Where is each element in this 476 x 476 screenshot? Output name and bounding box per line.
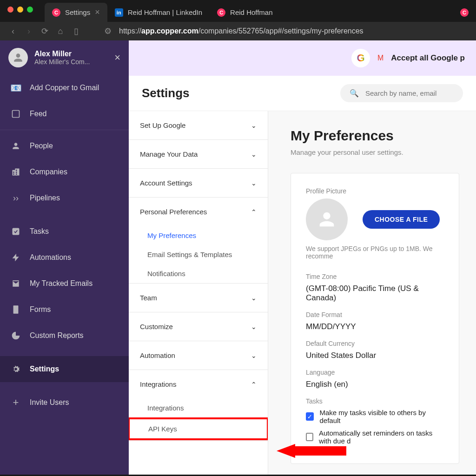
sidebar-item-label: Feed [30, 110, 46, 118]
choose-file-button[interactable]: CHOOSE A FILE [363, 210, 440, 229]
checkbox-checked-icon[interactable]: ✓ [306, 412, 314, 421]
chevron-up-icon: ⌃ [251, 208, 257, 216]
sidebar-item-settings[interactable]: Settings [0, 356, 129, 382]
nav-integrations-sub[interactable]: Integrations [129, 398, 268, 417]
sidebar-item-label: Automations [30, 253, 71, 262]
tab-reid[interactable]: C Reid Hoffman [210, 3, 280, 22]
sidebar-item-forms[interactable]: Forms [0, 297, 129, 323]
close-icon[interactable]: × [114, 52, 120, 64]
task-reminder-row[interactable]: Automatically set reminders on tasks wit… [306, 429, 444, 445]
chevron-down-icon: ⌄ [251, 352, 257, 359]
url-display[interactable]: https://app.copper.com/companies/552765/… [119, 27, 364, 35]
sidebar-item-pipelines[interactable]: ›› Pipelines [0, 185, 129, 211]
nav-personal-prefs[interactable]: Personal Preferences⌃ [129, 198, 268, 226]
nav-team[interactable]: Team⌄ [129, 284, 268, 312]
nav-account-settings[interactable]: Account Settings⌄ [129, 169, 268, 197]
sidebar-item-automations[interactable]: Automations [0, 245, 129, 271]
avatar-placeholder-icon [306, 198, 348, 240]
google-banner[interactable]: G M Accept all Google p [129, 40, 476, 76]
chevron-down-icon: ⌄ [251, 151, 257, 158]
sidebar-item-companies[interactable]: Companies [0, 159, 129, 185]
content-body: Set Up Google⌄ Manage Your Data⌄ Account… [129, 111, 476, 475]
task-visibility-row[interactable]: ✓ Make my tasks visible to others by def… [306, 409, 444, 424]
nav-automation[interactable]: Automation⌄ [129, 341, 268, 370]
close-icon[interactable]: × [95, 7, 100, 17]
search-icon: 🔍 [350, 89, 359, 98]
chevron-down-icon: ⌄ [251, 179, 257, 187]
nav-email-settings[interactable]: Email Settings & Templates [129, 245, 268, 264]
nav-api-keys[interactable]: API Keys [130, 419, 267, 438]
nav-integrations[interactable]: Integrations⌃ [129, 370, 268, 398]
currency-label: Default Currency [306, 340, 444, 347]
copper-icon: C [217, 8, 225, 17]
sidebar-item-label: Forms [30, 305, 51, 314]
tab-label: Reid Hoffman [230, 8, 272, 16]
svg-rect-0 [13, 111, 20, 118]
banner-text: Accept all Google p [391, 53, 465, 63]
minimize-window-icon[interactable] [17, 7, 23, 13]
sidebar-item-reports[interactable]: Custom Reports [0, 323, 129, 349]
dateformat-value[interactable]: MM/DD/YYYY [306, 322, 444, 331]
profile-picture-label: Profile Picture [306, 187, 444, 195]
settings-nav: Set Up Google⌄ Manage Your Data⌄ Account… [129, 111, 268, 475]
sidebar-item-label: Invite Users [30, 398, 69, 407]
sidebar-item-tasks[interactable]: Tasks [0, 218, 129, 245]
checkbox-unchecked-icon[interactable] [306, 433, 313, 441]
chevron-down-icon: ⌄ [251, 323, 257, 331]
currency-value[interactable]: United States Dollar [306, 351, 444, 360]
sidebar-item-invite[interactable]: + Invite Users [0, 390, 129, 416]
main-content: G M Accept all Google p Settings 🔍 Set U… [129, 40, 476, 475]
avatar-icon [8, 48, 28, 67]
tab-label: Reid Hoffman | LinkedIn [128, 8, 202, 16]
chart-icon [10, 330, 21, 341]
site-settings-icon[interactable]: ⚙ [103, 26, 112, 36]
back-icon[interactable]: ‹ [8, 26, 18, 36]
reload-icon[interactable]: ⟳ [40, 26, 49, 36]
plus-icon: + [10, 397, 21, 408]
forward-icon[interactable]: › [24, 26, 33, 36]
sidebar-item-people[interactable]: People [0, 133, 129, 159]
tab-extra[interactable]: C [453, 3, 476, 22]
sidebar-item-tracked-emails[interactable]: My Tracked Emails [0, 271, 129, 297]
timezone-value[interactable]: (GMT-08:00) Pacific Time (US & Canada) [306, 284, 444, 303]
nav-manage-data[interactable]: Manage Your Data⌄ [129, 140, 268, 168]
tab-settings[interactable]: C Settings × [45, 3, 107, 22]
prefs-title: My Preferences [291, 128, 459, 144]
bolt-icon [10, 252, 21, 263]
language-value[interactable]: English (en) [306, 380, 444, 389]
gear-icon [10, 364, 21, 375]
page-title: Settings [142, 86, 190, 100]
home-icon[interactable]: ⌂ [56, 26, 65, 36]
sidebar-item-label: People [30, 142, 53, 150]
profile-company: Alex Miller's Com... [34, 58, 108, 66]
close-window-icon[interactable] [7, 7, 13, 13]
search-box[interactable]: 🔍 [340, 84, 463, 102]
sidebar: Alex Miller Alex Miller's Com... × 📧 Add… [0, 40, 129, 475]
chevron-up-icon: ⌃ [251, 381, 257, 388]
bookmark-icon[interactable]: ▯ [72, 26, 81, 36]
google-icon: G [351, 49, 370, 67]
form-icon [10, 304, 21, 315]
svg-rect-1 [13, 228, 20, 235]
copper-icon: C [460, 8, 469, 17]
nav-customize[interactable]: Customize⌄ [129, 312, 268, 341]
copper-icon: C [52, 8, 60, 17]
pipeline-icon: ›› [10, 192, 21, 204]
person-icon [10, 140, 21, 152]
sidebar-item-label: Pipelines [30, 194, 60, 202]
nav-setup-google[interactable]: Set Up Google⌄ [129, 111, 268, 139]
nav-notifications[interactable]: Notifications [129, 264, 268, 283]
tab-linkedin[interactable]: in Reid Hoffman | LinkedIn [107, 3, 210, 22]
sidebar-item-label: My Tracked Emails [30, 279, 93, 288]
window-controls [0, 0, 40, 19]
nav-my-preferences[interactable]: My Preferences [129, 226, 268, 245]
sidebar-item-gmail[interactable]: 📧 Add Copper to Gmail [0, 75, 129, 101]
preferences-panel: My Preferences Manage your personal user… [268, 111, 476, 475]
sidebar-item-label: Tasks [30, 227, 49, 236]
search-input[interactable] [365, 89, 454, 97]
sidebar-item-feed[interactable]: Feed [0, 101, 129, 127]
maximize-window-icon[interactable] [27, 7, 33, 13]
profile-block[interactable]: Alex Miller Alex Miller's Com... × [0, 40, 129, 75]
linkedin-icon: in [115, 8, 123, 17]
mail-icon [10, 278, 21, 289]
